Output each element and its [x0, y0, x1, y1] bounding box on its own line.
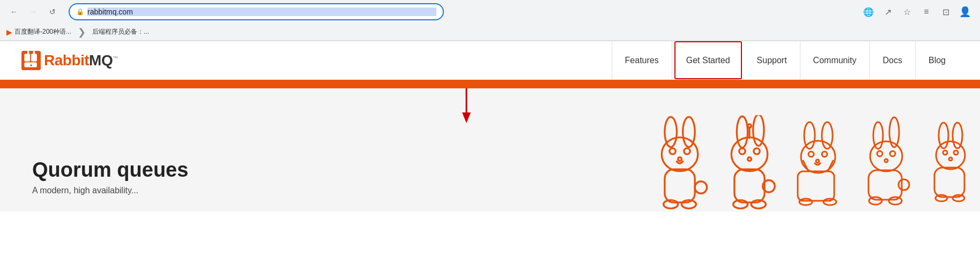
- back-button[interactable]: ←: [6, 4, 21, 19]
- svg-point-49: [899, 179, 909, 190]
- svg-point-36: [816, 160, 819, 163]
- bookmark-baidu[interactable]: ▶ 百度翻译-200种语...: [6, 27, 71, 36]
- svg-point-51: [889, 197, 902, 205]
- svg-point-11: [662, 138, 698, 171]
- forward-icon: →: [29, 7, 37, 16]
- svg-rect-25: [734, 169, 764, 202]
- profile-icon: 👤: [959, 6, 971, 18]
- star-icon: ☆: [903, 7, 911, 17]
- nav-blog[interactable]: Blog: [916, 41, 959, 79]
- address-bar[interactable]: 🔒 rabbitmq.com: [69, 3, 444, 20]
- browser-chrome: ← → ↺ 🔒 rabbitmq.com 🌐 ↗: [0, 0, 980, 41]
- logo-tm-text: ™: [113, 55, 118, 61]
- toolbar-right-icons: 🌐 ↗ ☆ ≡ ⊡ 👤: [860, 3, 974, 20]
- nav-blog-label: Blog: [929, 56, 946, 65]
- nav-community[interactable]: Community: [800, 41, 870, 79]
- bookmarks-bar: ▶ 百度翻译-200种语... ❯ 后端程序员必备：...: [0, 24, 980, 41]
- svg-point-35: [822, 152, 827, 157]
- bookmark-backend[interactable]: 后端程序员必备：...: [92, 27, 149, 36]
- site-header: RabbitMQ™ Features Get Started Support C…: [0, 41, 980, 80]
- share-button[interactable]: ↗: [879, 3, 896, 20]
- site-logo[interactable]: RabbitMQ™: [21, 51, 118, 70]
- nav-features[interactable]: Features: [612, 41, 672, 79]
- svg-point-30: [748, 124, 752, 128]
- back-icon: ←: [10, 7, 18, 16]
- svg-point-44: [870, 141, 902, 171]
- hero-section: Quorum queues A modern, high availabilit…: [0, 88, 980, 211]
- nav-get-started[interactable]: Get Started: [674, 41, 742, 79]
- nav-docs-label: Docs: [883, 56, 902, 65]
- nav-get-started-label: Get Started: [686, 56, 730, 65]
- url-text: rabbitmq.com: [87, 7, 436, 16]
- svg-point-24: [748, 157, 752, 161]
- logo-text: RabbitMQ™: [44, 52, 118, 69]
- split-icon: ⊡: [942, 7, 949, 17]
- svg-rect-58: [934, 168, 964, 197]
- svg-point-21: [731, 138, 768, 171]
- browser-toolbar: ← → ↺ 🔒 rabbitmq.com 🌐 ↗: [0, 0, 980, 24]
- bookmark-star-button[interactable]: ☆: [899, 3, 916, 20]
- site-navigation: Features Get Started Support Community D…: [612, 41, 959, 79]
- translate-icon: 🌐: [863, 7, 874, 17]
- svg-point-46: [890, 151, 895, 156]
- svg-point-14: [678, 157, 682, 161]
- svg-rect-5: [33, 51, 35, 55]
- refresh-icon: ↺: [49, 7, 56, 16]
- logo-rabbit-text: Rabbit: [44, 52, 89, 69]
- svg-rect-1: [24, 54, 30, 61]
- svg-point-16: [695, 182, 707, 194]
- logo-icon: [21, 51, 41, 70]
- svg-rect-15: [665, 169, 695, 202]
- svg-point-57: [949, 157, 952, 161]
- svg-point-41: [823, 199, 836, 205]
- website: RabbitMQ™ Features Get Started Support C…: [0, 41, 980, 211]
- svg-point-45: [877, 151, 882, 156]
- svg-point-40: [799, 199, 812, 205]
- forward-button[interactable]: →: [26, 4, 41, 19]
- svg-point-50: [869, 197, 882, 205]
- split-view-button[interactable]: ⊡: [937, 3, 954, 20]
- bookmark-baidu-label: 百度翻译-200种语...: [14, 27, 71, 36]
- svg-point-34: [808, 152, 814, 157]
- svg-rect-48: [868, 170, 902, 200]
- svg-point-59: [936, 195, 947, 201]
- svg-point-13: [684, 148, 690, 154]
- share-icon: ↗: [885, 7, 892, 17]
- bookmark-baidu-icon: ▶: [6, 28, 12, 36]
- svg-point-23: [754, 148, 760, 154]
- nav-docs[interactable]: Docs: [870, 41, 916, 79]
- nav-support[interactable]: Support: [744, 41, 800, 79]
- page-wrapper: ← → ↺ 🔒 rabbitmq.com 🌐 ↗: [0, 0, 980, 211]
- rabbit-3-icon: [787, 115, 851, 211]
- hero-text-block: Quorum queues A modern, high availabilit…: [0, 142, 220, 211]
- hero-subtitle: A modern, high availability...: [32, 186, 188, 195]
- svg-point-12: [670, 148, 675, 154]
- hero-rabbits: [648, 115, 980, 211]
- rabbit-5-icon: [926, 115, 975, 211]
- bookmark-separator-icon: ❯: [78, 26, 86, 38]
- reading-list-icon: ≡: [924, 7, 929, 17]
- svg-point-55: [943, 150, 947, 155]
- svg-rect-37: [798, 171, 834, 201]
- rabbit-4-icon: [857, 115, 921, 211]
- reading-list-button[interactable]: ≡: [918, 3, 935, 20]
- translate-button[interactable]: 🌐: [860, 3, 877, 20]
- svg-rect-4: [27, 51, 29, 55]
- svg-point-32: [822, 122, 833, 149]
- svg-point-19: [737, 116, 747, 148]
- svg-point-56: [954, 150, 958, 155]
- orange-bar: [0, 80, 980, 88]
- svg-point-47: [885, 159, 888, 162]
- svg-rect-2: [31, 54, 37, 61]
- nav-community-label: Community: [813, 56, 857, 65]
- svg-point-6: [30, 64, 32, 66]
- svg-point-60: [953, 195, 964, 201]
- hero-title: Quorum queues: [32, 158, 188, 182]
- rabbit-2-icon: [717, 115, 782, 211]
- nav-support-label: Support: [757, 56, 787, 65]
- svg-point-22: [739, 148, 745, 154]
- profile-button[interactable]: 👤: [956, 3, 974, 20]
- refresh-button[interactable]: ↺: [45, 4, 60, 19]
- nav-features-label: Features: [625, 56, 659, 65]
- lock-icon: 🔒: [76, 8, 84, 16]
